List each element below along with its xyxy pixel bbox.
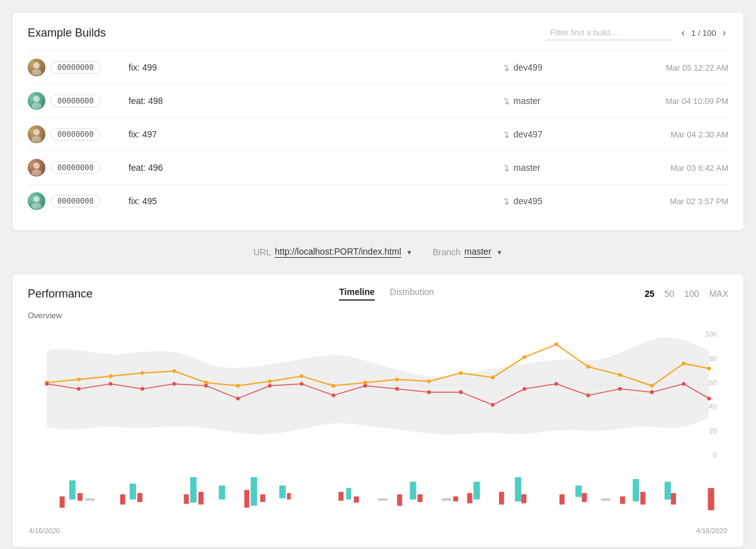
branch-name: master [513,163,541,173]
url-label: URL [253,247,271,257]
build-description: fix: 497 [129,129,501,139]
avatar [28,192,45,210]
svg-rect-87 [453,496,458,501]
svg-point-9 [32,203,42,209]
svg-point-52 [459,390,462,394]
tab-distribution[interactable]: Distribution [390,287,434,301]
bar-chart [28,474,728,525]
svg-rect-75 [77,493,83,500]
svg-rect-66 [279,485,285,498]
branch-icon: ↴ [501,162,510,174]
branch-name: dev495 [513,196,542,206]
prev-page-button[interactable]: ‹ [679,28,687,38]
svg-point-42 [140,387,144,391]
svg-point-53 [491,403,495,407]
performance-limits: 25 50 100 MAX [644,289,728,299]
svg-point-24 [268,379,272,383]
performance-tabs: Timeline Distribution [129,287,644,301]
builds-header-right: ‹ 1 / 100 › [546,25,728,40]
svg-rect-61 [69,480,76,499]
limit-max[interactable]: MAX [709,289,728,299]
svg-point-26 [331,384,335,388]
builds-title: Example Builds [28,26,106,40]
branch-label: Branch [433,247,461,257]
svg-rect-96 [708,488,714,510]
limit-50[interactable]: 50 [665,289,675,299]
svg-point-54 [522,387,526,391]
svg-rect-74 [60,496,65,507]
build-branch: ↴ dev495 [501,195,615,207]
build-id: 00000000 [50,95,101,107]
svg-point-4 [33,129,40,136]
build-date: Mar 04 2:30 AM [615,130,728,139]
svg-point-59 [682,382,685,386]
svg-point-48 [331,393,335,397]
svg-rect-67 [346,488,351,499]
svg-text:80: 80 [709,355,716,362]
svg-point-40 [77,387,81,391]
timeline-chart: 100 80 60 40 20 0 [28,325,728,472]
svg-point-36 [650,384,654,388]
svg-rect-97 [85,498,94,500]
svg-rect-76 [120,494,125,504]
url-value[interactable]: http://localhost:PORT/index.html [275,246,401,258]
svg-rect-69 [474,482,480,499]
limit-100[interactable]: 100 [684,289,699,299]
svg-point-47 [300,382,304,386]
svg-rect-99 [442,498,451,500]
build-date: Mar 04 10:09 PM [615,96,728,106]
svg-point-32 [522,355,526,359]
svg-point-55 [554,382,558,386]
svg-rect-80 [244,490,249,507]
svg-point-1 [32,69,42,76]
svg-rect-81 [260,494,265,502]
performance-panel: Performance Timeline Distribution 25 50 … [13,274,743,547]
svg-point-38 [707,367,711,371]
branch-value[interactable]: master [464,246,491,258]
build-id-cell: 00000000 [28,192,129,210]
build-branch: ↴ dev499 [501,62,615,74]
svg-point-31 [491,376,495,379]
svg-rect-77 [137,493,142,502]
build-row[interactable]: 00000000 fix: 495 ↴ dev495 Mar 02 3:57 P… [28,184,728,217]
pagination: ‹ 1 / 100 › [679,28,728,38]
svg-point-56 [587,393,590,397]
svg-rect-70 [515,477,521,501]
tab-timeline[interactable]: Timeline [339,287,375,301]
svg-rect-91 [559,494,564,504]
svg-point-39 [45,382,49,386]
svg-rect-98 [378,498,387,500]
svg-rect-83 [338,492,343,500]
svg-text:20: 20 [709,427,716,435]
svg-point-44 [204,384,208,388]
build-id: 00000000 [50,61,101,74]
svg-point-19 [108,374,112,378]
avatar [28,159,45,176]
svg-rect-65 [251,477,257,506]
branch-dropdown-icon[interactable]: ▼ [496,249,503,256]
url-dropdown-icon[interactable]: ▼ [406,249,413,256]
build-row[interactable]: 00000000 fix: 499 ↴ dev499 Mar 05 12:22 … [28,50,728,84]
limit-25[interactable]: 25 [644,289,655,299]
svg-point-5 [32,136,42,142]
svg-point-21 [172,369,176,373]
build-row[interactable]: 00000000 feat: 496 ↴ master Mar 03 6:42 … [28,151,728,184]
svg-point-46 [268,384,272,388]
builds-list: 00000000 fix: 499 ↴ dev499 Mar 05 12:22 … [28,50,728,217]
branch-icon: ↴ [501,62,510,74]
next-page-button[interactable]: › [720,28,728,38]
avatar [28,92,45,110]
svg-text:40: 40 [709,403,716,410]
svg-rect-73 [665,482,671,499]
build-date: Mar 05 12:22 AM [615,63,728,72]
build-branch: ↴ master [501,162,615,174]
filter-input[interactable] [546,25,672,40]
build-row[interactable]: 00000000 feat: 498 ↴ master Mar 04 10:09… [28,84,728,117]
svg-point-57 [618,387,622,391]
svg-rect-64 [219,485,225,499]
build-row[interactable]: 00000000 fix: 497 ↴ dev497 Mar 04 2:30 A… [28,117,728,151]
svg-point-28 [395,378,399,381]
svg-rect-68 [410,482,416,499]
svg-point-18 [77,378,81,381]
build-id: 00000000 [50,195,101,207]
